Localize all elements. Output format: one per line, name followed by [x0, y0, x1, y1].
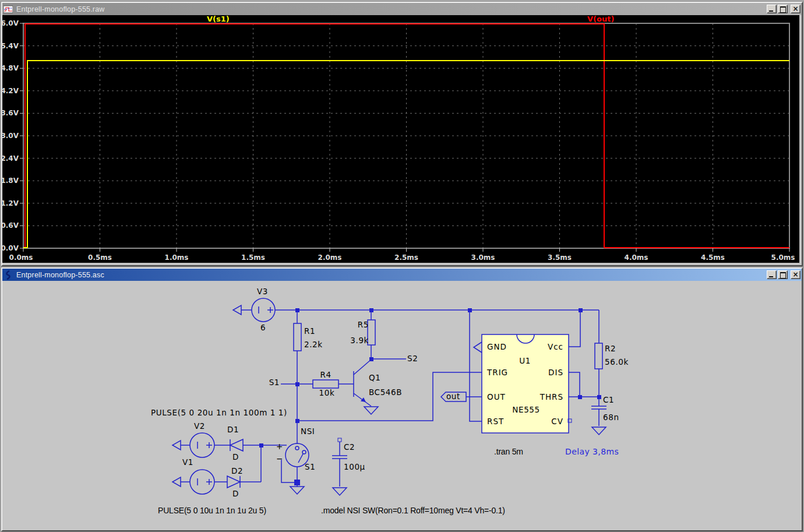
y-tick-label: 1.8V	[2, 177, 19, 185]
y-axis-labels: 6.0V 5.4V 4.8V 4.2V 3.6V 3.0V 2.4V 1.8V …	[2, 19, 19, 252]
net-flag-out[interactable]: out	[441, 392, 466, 401]
y-tick-label: 0.6V	[2, 221, 19, 230]
diode-d2[interactable]: D2 D	[227, 466, 261, 498]
switch-minus-sign: −	[276, 454, 283, 463]
x-tick-label: 0.0ms	[9, 253, 33, 262]
x-tick-label: 4.5ms	[701, 253, 725, 262]
x-tick-label: 5.0ms	[771, 253, 795, 262]
voltage-source-v2[interactable]: V2	[172, 421, 230, 457]
y-tick-label: 4.2V	[2, 87, 19, 95]
x-tick-label: 0.5ms	[88, 253, 112, 262]
close-icon: ×	[791, 270, 800, 279]
net-label-s2[interactable]: S2	[407, 354, 418, 363]
voltage-source-v3[interactable]: V3 6	[233, 287, 275, 332]
y-tick-label: 5.4V	[2, 42, 19, 50]
resistor-r1[interactable]: R1 2.2k	[294, 310, 323, 351]
r4-value: 10k	[319, 388, 335, 397]
v1-name: V1	[182, 457, 193, 467]
voltage-source-v1[interactable]: V1	[172, 457, 227, 494]
r4-name: R4	[320, 370, 331, 379]
net-label-s1[interactable]: S1	[269, 378, 280, 387]
r2-value: 56.0k	[605, 357, 629, 367]
minimize-button[interactable]	[767, 5, 777, 13]
y-tick-label: 6.0V	[2, 19, 19, 27]
pin-thrs: THRS	[539, 392, 563, 401]
pin-rst: RST	[487, 417, 504, 426]
ic-u1-ne555[interactable]: GND TRIG OUT RST Vcc DIS THRS CV U1 NE55…	[474, 334, 572, 433]
x-tick-label: 3.0ms	[471, 253, 495, 262]
waveform-file-icon[interactable]	[3, 5, 13, 14]
r1-value: 2.2k	[304, 340, 323, 349]
transistor-q1[interactable]: Q1 BC546B	[354, 360, 402, 414]
d2-value: D	[232, 489, 239, 498]
c1-value: 68n	[603, 413, 619, 422]
maximize-button[interactable]	[778, 270, 788, 279]
pin-vcc: Vcc	[548, 342, 563, 351]
maximize-icon	[780, 272, 786, 279]
minimize-button[interactable]	[767, 270, 777, 279]
pulse-top-directive[interactable]: PULSE(5 0 20u 1n 1n 100m 1 1)	[151, 408, 287, 417]
pin-trig: TRIG	[486, 368, 508, 377]
schematic-titlebar[interactable]: Entprell-monoflop-555.asc ×	[2, 269, 802, 281]
u1-value: NE555	[512, 405, 539, 414]
x-tick-label: 4.0ms	[625, 253, 648, 262]
out-flag-label: out	[446, 392, 460, 401]
switch-plus-sign: +	[276, 442, 283, 451]
waveform-window: Entprell-monoflop-555.raw ×	[1, 2, 803, 266]
pin-out: OUT	[487, 392, 506, 401]
diode-d1[interactable]: D1 D	[227, 425, 261, 461]
d1-name: D1	[227, 425, 239, 434]
schematic-file-icon[interactable]	[3, 270, 13, 280]
v2-name: V2	[194, 421, 205, 431]
trace-label-v-out[interactable]: V(out)	[587, 15, 614, 23]
pin-cv: CV	[551, 417, 563, 426]
resistor-r2[interactable]: R2 56.0k	[595, 343, 629, 369]
y-tick-label: 3.0V	[2, 132, 19, 140]
schematic-window-controls: ×	[767, 270, 801, 279]
d1-value: D	[232, 452, 239, 461]
close-icon: ×	[791, 5, 800, 13]
r2-name: R2	[605, 344, 616, 353]
maximize-icon	[780, 6, 786, 13]
r1-name: R1	[304, 326, 315, 336]
q1-name: Q1	[369, 373, 380, 382]
waveform-plot-area[interactable]: 6.0V 5.4V 4.8V 4.2V 3.6V 3.0V 2.4V 1.8V …	[2, 15, 799, 263]
waveform-window-controls: ×	[767, 5, 801, 13]
capacitor-c2[interactable]: C2 100µ	[332, 438, 365, 495]
x-tick-label: 3.5ms	[548, 253, 572, 262]
switch-name: S1	[305, 462, 315, 471]
close-button[interactable]: ×	[791, 5, 801, 13]
axis-ticks	[20, 23, 789, 252]
waveform-window-title: Entprell-monoflop-555.raw	[16, 5, 765, 13]
tran-directive[interactable]: .tran 5m	[494, 447, 523, 456]
v3-value: 6	[260, 323, 266, 332]
u1-name: U1	[519, 356, 531, 365]
x-tick-label: 1.5ms	[241, 253, 265, 262]
trace-label-v-s1[interactable]: V(s1)	[207, 15, 230, 23]
schematic-canvas[interactable]: V3 6 R1 2.2k R5 3.9k R4 10k	[2, 281, 799, 528]
y-tick-label: 2.4V	[2, 154, 19, 163]
model-directive[interactable]: .model NSI SW(Ron=0.1 Roff=10meg Vt=4 Vh…	[321, 506, 505, 515]
c1-name: C1	[603, 395, 614, 404]
x-tick-label: 2.5ms	[394, 253, 418, 262]
minimize-icon	[769, 10, 773, 12]
waveform-titlebar[interactable]: Entprell-monoflop-555.raw ×	[2, 3, 802, 15]
resistor-r4[interactable]: R4 10k	[313, 370, 338, 397]
y-tick-label: 0.0V	[2, 244, 19, 252]
minimize-icon	[769, 276, 773, 277]
v3-name: V3	[257, 287, 268, 296]
r5-value: 3.9k	[350, 336, 369, 345]
y-tick-label: 3.6V	[2, 109, 19, 117]
close-button[interactable]: ×	[791, 270, 801, 279]
pulse-bottom-directive[interactable]: PULSE(5 0 10u 1n 1n 1u 2u 5)	[158, 506, 266, 515]
c2-value: 100µ	[344, 462, 365, 471]
q1-value: BC546B	[369, 387, 402, 397]
maximize-button[interactable]	[778, 5, 788, 13]
pin-gnd: GND	[487, 342, 507, 351]
resistor-r5[interactable]: R5 3.9k	[350, 310, 375, 359]
capacitor-c1[interactable]: C1 68n	[591, 395, 619, 435]
x-axis-labels: 0.0ms 0.5ms 1.0ms 1.5ms 2.0ms 2.5ms 3.0m…	[9, 253, 795, 262]
x-tick-label: 1.0ms	[165, 253, 189, 262]
plot-grid	[23, 23, 789, 248]
delay-comment[interactable]: Delay 3,8ms	[565, 447, 619, 456]
